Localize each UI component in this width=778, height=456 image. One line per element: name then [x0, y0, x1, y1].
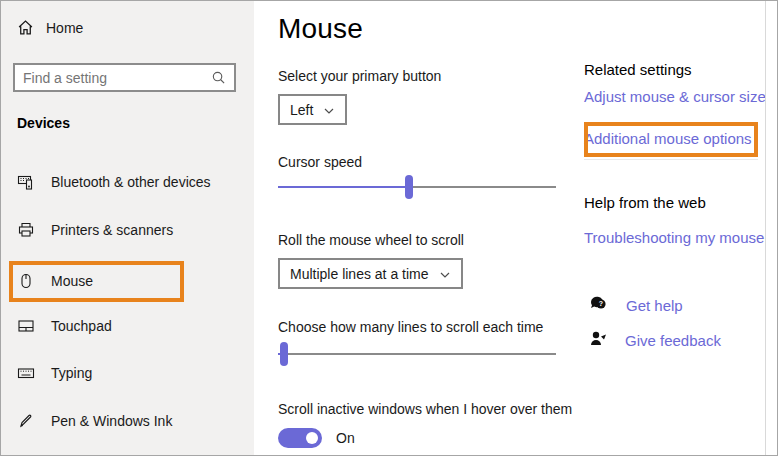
chevron-down-icon: [439, 269, 451, 281]
wheel-scroll-select[interactable]: Multiple lines at a time: [278, 258, 463, 289]
primary-button-label: Select your primary button: [278, 68, 441, 84]
related-settings-heading: Related settings: [584, 61, 692, 78]
sidebar-item-mouse[interactable]: Mouse: [1, 261, 254, 301]
slider-track[interactable]: [278, 353, 556, 355]
adjust-cursor-size-link[interactable]: Adjust mouse & cursor size: [584, 88, 766, 105]
page-title: Mouse: [278, 13, 363, 45]
mouse-icon: [17, 272, 35, 290]
toggle-state-label: On: [336, 430, 355, 446]
search-icon[interactable]: [211, 70, 226, 85]
get-help-link[interactable]: Get help: [626, 297, 683, 314]
scroll-inactive-toggle[interactable]: [278, 428, 322, 448]
give-feedback-link[interactable]: Give feedback: [625, 332, 721, 349]
sidebar-item-touchpad[interactable]: Touchpad: [1, 306, 254, 346]
lines-to-scroll-slider[interactable]: [278, 342, 556, 366]
sidebar-item-label: Bluetooth & other devices: [51, 174, 211, 190]
divider: [584, 159, 758, 160]
keyboard-icon: [17, 364, 35, 382]
sidebar-item-label: Typing: [51, 365, 92, 381]
pen-icon: [17, 412, 35, 430]
sidebar-section-heading: Devices: [17, 115, 70, 131]
sidebar-home-label: Home: [46, 20, 83, 36]
give-feedback-row[interactable]: Give feedback: [589, 329, 721, 351]
additional-mouse-options-link[interactable]: Additional mouse options: [584, 130, 752, 147]
scrollbar[interactable]: [765, 1, 766, 455]
get-help-icon: ?: [589, 294, 608, 317]
sidebar-item-home[interactable]: Home: [17, 19, 83, 36]
sidebar-item-printers[interactable]: Printers & scanners: [1, 210, 254, 250]
scroll-inactive-row: On: [278, 428, 355, 448]
svg-text:?: ?: [599, 300, 603, 307]
cursor-speed-label: Cursor speed: [278, 154, 362, 170]
sidebar: Home Devices Bluetooth & other devices: [1, 1, 254, 455]
touchpad-icon: [17, 317, 35, 335]
sidebar-item-label: Mouse: [51, 273, 93, 289]
wheel-scroll-value: Multiple lines at a time: [290, 266, 429, 282]
home-icon: [17, 19, 34, 36]
sidebar-item-pen[interactable]: Pen & Windows Ink: [1, 401, 254, 441]
help-from-web-heading: Help from the web: [584, 194, 706, 211]
chevron-down-icon: [323, 105, 335, 117]
lines-to-scroll-label: Choose how many lines to scroll each tim…: [278, 319, 543, 335]
search-box: [13, 63, 236, 92]
sidebar-item-label: Printers & scanners: [51, 222, 173, 238]
sidebar-item-label: Touchpad: [51, 318, 112, 334]
primary-button-value: Left: [290, 102, 313, 118]
settings-window: Home Devices Bluetooth & other devices: [0, 0, 778, 456]
troubleshooting-link[interactable]: Troubleshooting my mouse: [584, 229, 764, 246]
primary-button-select[interactable]: Left: [278, 94, 347, 125]
get-help-row[interactable]: ? Get help: [589, 294, 683, 317]
printer-icon: [17, 221, 35, 239]
search-input[interactable]: [15, 70, 211, 86]
slider-fill: [278, 186, 409, 188]
toggle-knob: [306, 432, 318, 444]
cursor-speed-slider[interactable]: [278, 175, 556, 199]
scroll-inactive-label: Scroll inactive windows when I hover ove…: [278, 401, 572, 417]
bluetooth-devices-icon: [17, 173, 35, 191]
give-feedback-icon: [589, 329, 607, 351]
slider-thumb[interactable]: [280, 342, 288, 366]
sidebar-item-typing[interactable]: Typing: [1, 353, 254, 393]
slider-thumb[interactable]: [405, 175, 413, 199]
sidebar-item-label: Pen & Windows Ink: [51, 413, 172, 429]
sidebar-item-bluetooth[interactable]: Bluetooth & other devices: [1, 162, 254, 202]
wheel-scroll-label: Roll the mouse wheel to scroll: [278, 232, 464, 248]
